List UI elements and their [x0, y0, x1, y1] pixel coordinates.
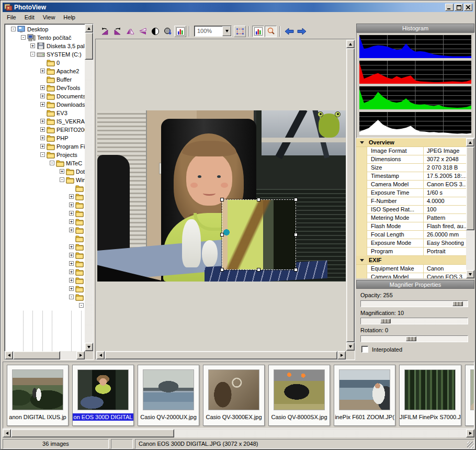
tree-item[interactable]: +M [6, 276, 85, 285]
next-image-button[interactable] [296, 26, 308, 37]
tree-item[interactable]: +F [6, 226, 85, 234]
property-row[interactable]: Dimensions3072 x 2048 [356, 155, 466, 164]
tree-expand-plus-icon[interactable]: + [40, 94, 45, 98]
tree-item[interactable]: +Documents a [6, 92, 85, 100]
maximize-button[interactable] [455, 4, 463, 11]
menu-help[interactable]: Help [59, 13, 80, 21]
tree-item[interactable]: +M [6, 251, 85, 260]
tree-item[interactable]: 0 [6, 59, 85, 67]
selection-handle-se[interactable] [294, 268, 298, 272]
tree-item[interactable]: +PHP [6, 134, 85, 142]
property-row[interactable]: Timestamp17.5.2005 18:... [356, 172, 466, 181]
property-row[interactable]: Size2 070 318 B [356, 164, 466, 172]
property-row[interactable]: Flash ModeFlash fired, au... [356, 222, 466, 231]
tree-expand-plus-icon[interactable]: + [69, 244, 74, 249]
selection-handle-sw[interactable] [220, 268, 224, 272]
scrollbar-thumb[interactable] [11, 429, 174, 437]
rotation-slider[interactable] [360, 335, 468, 342]
tree-item[interactable]: +P [6, 285, 85, 293]
tree-expand-plus-icon[interactable]: + [40, 85, 45, 90]
thumbnail-card[interactable] [465, 365, 474, 426]
zoom-dropdown-button[interactable] [222, 26, 231, 36]
scroll-up-button[interactable] [85, 24, 93, 32]
brightness-button[interactable] [162, 26, 174, 37]
tree-expand-plus-icon[interactable]: + [40, 127, 45, 132]
tree-item[interactable]: +Apache2 [6, 67, 85, 75]
tree-item[interactable]: -Projects [6, 151, 85, 159]
tree-item[interactable]: EV3 [6, 109, 85, 117]
selection-handle-e[interactable] [294, 233, 298, 237]
tree-item[interactable]: +D [6, 201, 85, 209]
tree-item[interactable]: +IS_VEKRA [6, 117, 85, 126]
tree-expand-minus-icon[interactable]: - [50, 161, 54, 165]
scroll-left-button[interactable] [3, 429, 11, 437]
property-row[interactable]: Exposure ModeEasy Shooting [356, 239, 466, 248]
tree-expand-plus-icon[interactable]: + [69, 219, 74, 224]
tree-item[interactable]: +M [6, 260, 85, 268]
thumbnail-card[interactable]: Casio QV-3000EX.jpg [203, 365, 265, 426]
tree-item[interactable]: +Program Files [6, 142, 85, 151]
photo-canon-eos-300d[interactable] [97, 110, 346, 282]
tree-expand-plus-icon[interactable]: + [40, 69, 45, 73]
thumbnail-card[interactable]: inePix F601 ZOOM.JP( [334, 365, 395, 426]
close-button[interactable] [464, 4, 472, 11]
thumbnail-card[interactable]: JIFILM FinePix S7000.J [399, 365, 461, 426]
scrollbar-thumb[interactable] [346, 48, 355, 342]
tree-expand-plus-icon[interactable]: + [40, 144, 45, 149]
zoom-combobox[interactable]: 100% [194, 26, 232, 37]
tree-expand-minus-icon[interactable]: - [79, 303, 84, 308]
tree-item[interactable]: -P [6, 293, 85, 301]
tree-item[interactable]: +M [6, 268, 85, 276]
tree-item[interactable]: -MiTeC [6, 159, 85, 167]
tree-expand-plus-icon[interactable]: + [69, 269, 74, 274]
scroll-left-button[interactable] [5, 351, 13, 359]
tree-expand-plus-icon[interactable]: + [30, 43, 35, 48]
property-row[interactable]: Camera ModelCanon EOS 3 [356, 273, 466, 278]
tree-expand-plus-icon[interactable]: + [69, 261, 74, 266]
slider-thumb[interactable] [380, 319, 391, 323]
rotate-left-button[interactable] [99, 26, 111, 37]
scrollbar-thumb[interactable] [466, 147, 474, 230]
tree-item[interactable]: F [6, 234, 85, 243]
scroll-right-button[interactable] [337, 351, 346, 359]
property-section-header-exif[interactable]: EXIF [356, 256, 466, 265]
tree-item[interactable]: +C [6, 193, 85, 201]
selection-handle-n[interactable] [257, 198, 260, 201]
tree-expand-plus-icon[interactable]: + [40, 119, 45, 123]
contrast-button[interactable] [149, 26, 161, 37]
selection-handle-ne[interactable] [294, 198, 298, 201]
magnifier-selection[interactable] [222, 199, 296, 270]
tree-expand-minus-icon[interactable]: - [60, 177, 64, 182]
interpolated-checkbox[interactable] [361, 346, 368, 353]
thumbnail-scrollbar[interactable] [3, 429, 474, 437]
slider-thumb[interactable] [452, 301, 463, 306]
slider-thumb[interactable] [406, 336, 416, 341]
scroll-down-button[interactable] [346, 342, 355, 351]
thumbnail-card[interactable]: Casio QV-8000SX.jpg [268, 365, 330, 426]
canvas-horizontal-scrollbar[interactable] [96, 351, 346, 359]
scroll-left-button[interactable] [96, 351, 105, 359]
tree-expand-plus-icon[interactable]: + [40, 102, 45, 107]
thumbnail-card[interactable]: anon DIGITAL IXUS.jp [7, 365, 69, 426]
tree-expand-plus-icon[interactable]: + [69, 194, 74, 199]
tree-expand-minus-icon[interactable]: - [40, 152, 45, 157]
tree-item[interactable]: -Desktop [6, 25, 85, 33]
minimize-button[interactable] [445, 4, 454, 11]
rotate-right-button[interactable] [111, 26, 123, 37]
tree-item[interactable]: +E [6, 218, 85, 226]
property-row[interactable]: ISO Speed Rat...100 [356, 206, 466, 214]
tree-item[interactable]: -SYSTEM (C:) [6, 50, 85, 59]
tree-expand-minus-icon[interactable]: - [11, 27, 16, 31]
tree-item[interactable]: -Tento počítač [6, 33, 85, 42]
resize-grip[interactable] [467, 442, 474, 448]
menu-file[interactable]: File [3, 13, 20, 21]
tree-expand-plus-icon[interactable]: + [60, 169, 64, 174]
tree-expand-plus-icon[interactable]: + [69, 211, 74, 216]
tree-item[interactable]: +Disketa 3,5 palce [6, 42, 85, 50]
property-row[interactable]: F-Number4.0000 [356, 197, 466, 206]
canvas-vertical-scrollbar[interactable] [346, 40, 355, 351]
tree-expand-minus-icon[interactable]: - [30, 52, 35, 57]
scroll-right-button[interactable] [466, 429, 474, 437]
scroll-down-button[interactable] [85, 343, 93, 351]
tree-expand-plus-icon[interactable]: + [69, 228, 74, 232]
